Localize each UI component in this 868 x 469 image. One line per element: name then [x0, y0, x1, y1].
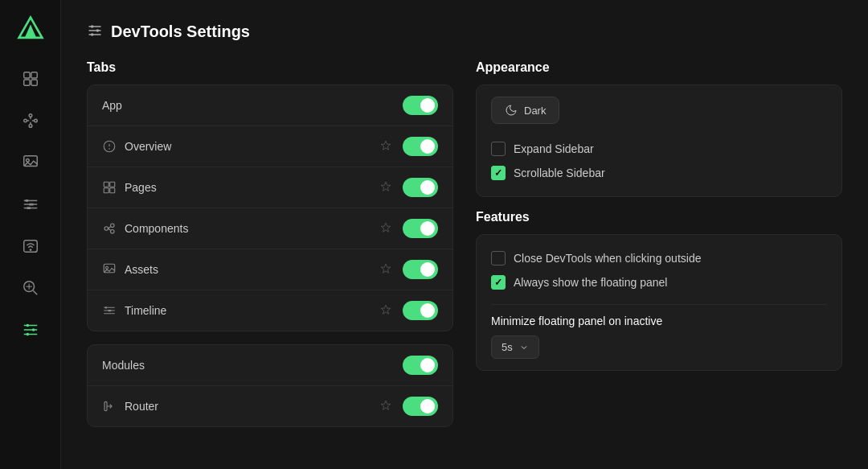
svg-rect-41 [104, 182, 108, 187]
overview-row: Overview [88, 126, 452, 167]
svg-point-51 [106, 266, 108, 269]
scrollable-sidebar-label: Scrollable Sidebar [514, 167, 605, 179]
svg-line-23 [33, 290, 37, 294]
sidebar-item-assets[interactable] [13, 145, 48, 180]
theme-button-label: Dark [524, 105, 546, 117]
svg-point-46 [111, 224, 115, 228]
svg-point-31 [26, 333, 29, 336]
features-card: Close DevTools when clicking outside Alw… [476, 234, 842, 371]
router-label: Router [125, 400, 372, 413]
overview-pin-icon[interactable] [380, 140, 391, 154]
svg-point-21 [29, 249, 31, 251]
timeline-row: Timeline [88, 290, 452, 331]
minimize-dropdown-value: 5s [502, 341, 513, 353]
theme-button[interactable]: Dark [491, 97, 559, 124]
assets-toggle[interactable] [403, 260, 438, 279]
components-pin-icon[interactable] [380, 222, 391, 236]
svg-point-7 [34, 119, 37, 122]
timeline-row-icon [102, 303, 117, 318]
router-row: Router [88, 386, 452, 426]
timeline-toggle[interactable] [403, 301, 438, 320]
assets-pin-icon[interactable] [380, 263, 391, 277]
svg-rect-44 [110, 188, 115, 193]
svg-rect-55 [105, 306, 107, 308]
timeline-icon [22, 195, 39, 213]
pages-pin-icon[interactable] [380, 181, 391, 195]
svg-rect-19 [29, 204, 34, 206]
minimize-label: Minimize floating panel on inactive [491, 315, 827, 327]
svg-point-30 [31, 328, 35, 331]
appearance-card: Dark Expand Sidebar Scrollable Sidebar [476, 84, 842, 197]
sidebar-item-graph[interactable] [13, 103, 48, 138]
svg-rect-20 [27, 207, 31, 209]
sidebar-item-search[interactable] [13, 270, 48, 306]
svg-rect-18 [25, 200, 28, 202]
svg-point-5 [23, 119, 27, 122]
components-label: Components [125, 222, 372, 235]
svg-point-45 [104, 227, 108, 231]
components-row: Components [88, 208, 452, 249]
settings-header-icon [87, 23, 103, 41]
close-devtools-label: Close DevTools when clicking outside [514, 252, 701, 265]
modules-label: Modules [102, 359, 395, 372]
sidebar-item-router[interactable] [13, 228, 48, 264]
features-card-inner: Close DevTools when clicking outside Alw… [477, 235, 841, 370]
svg-rect-42 [110, 182, 115, 187]
expand-sidebar-label: Expand Sidebar [514, 142, 594, 155]
appearance-card-inner: Dark Expand Sidebar Scrollable Sidebar [477, 85, 841, 196]
right-column: Appearance Dark Expand Sidebar [476, 60, 842, 440]
svg-rect-4 [31, 80, 36, 85]
pages-toggle[interactable] [403, 178, 438, 197]
modules-card: Modules Router [87, 344, 453, 427]
router-toggle[interactable] [403, 397, 438, 416]
app-logo [14, 13, 47, 45]
page-header: DevTools Settings [87, 23, 842, 41]
svg-point-36 [96, 29, 99, 31]
sidebar-item-timeline[interactable] [13, 187, 48, 222]
chevron-down-icon [519, 343, 529, 352]
close-devtools-checkbox[interactable] [491, 251, 506, 265]
page-title: DevTools Settings [111, 23, 250, 41]
pages-row: Pages [88, 167, 452, 208]
always-show-panel-row: Always show the floating panel [491, 270, 827, 294]
overview-label: Overview [125, 140, 372, 153]
expand-sidebar-checkbox[interactable] [491, 142, 506, 156]
svg-point-29 [26, 324, 29, 327]
close-devtools-row: Close DevTools when clicking outside [491, 246, 827, 270]
svg-rect-43 [104, 188, 108, 193]
sidebar-item-components[interactable] [13, 61, 48, 97]
router-pin-icon[interactable] [380, 400, 391, 413]
scrollable-sidebar-row: Scrollable Sidebar [491, 161, 827, 185]
svg-point-37 [91, 33, 93, 35]
sidebar [0, 0, 61, 469]
main-content: DevTools Settings Tabs App [61, 0, 868, 469]
modules-row: Modules [88, 345, 452, 386]
assets-row: Assets [88, 249, 452, 290]
svg-point-8 [29, 125, 32, 128]
minimize-dropdown[interactable]: 5s [491, 335, 539, 359]
features-section-title: Features [476, 210, 842, 224]
svg-point-14 [26, 158, 29, 162]
overview-toggle[interactable] [403, 137, 438, 156]
tabs-main-card: App Overview [87, 84, 453, 331]
svg-rect-2 [31, 72, 36, 78]
svg-line-49 [108, 228, 111, 230]
modules-toggle[interactable] [403, 356, 438, 375]
svg-rect-56 [108, 310, 112, 311]
svg-point-35 [91, 25, 93, 27]
components-icon [22, 70, 39, 88]
search-icon [22, 279, 39, 297]
assets-row-icon [102, 262, 117, 277]
scrollable-sidebar-checkbox[interactable] [491, 166, 506, 180]
svg-rect-1 [23, 72, 29, 78]
pages-icon [102, 180, 117, 195]
svg-point-6 [29, 114, 32, 117]
components-toggle[interactable] [403, 219, 438, 238]
svg-point-40 [108, 148, 110, 150]
timeline-pin-icon[interactable] [380, 304, 391, 318]
app-toggle[interactable] [403, 96, 438, 115]
svg-point-47 [111, 230, 115, 234]
app-row: App [88, 85, 452, 126]
sidebar-item-settings[interactable] [13, 312, 48, 348]
always-show-panel-checkbox[interactable] [491, 275, 506, 290]
